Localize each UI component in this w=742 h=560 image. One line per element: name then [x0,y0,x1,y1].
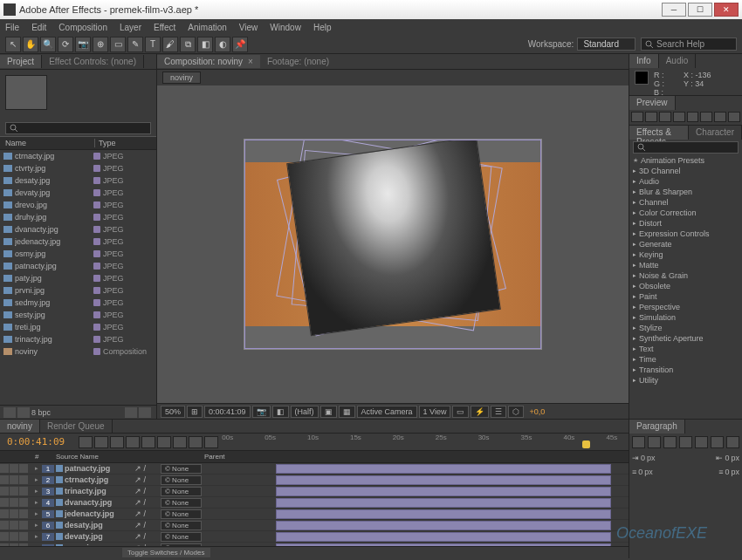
shy-icon[interactable] [126,436,140,448]
layer-name[interactable]: osmy.jpg [65,543,134,546]
col-source-name[interactable]: Source Name [56,453,126,461]
camera-tool-icon[interactable]: 📷 [75,37,91,52]
solo-toggle-icon[interactable] [19,487,28,495]
parent-select[interactable]: © None [161,498,202,508]
expand-icon[interactable]: ▸ [35,499,42,506]
effect-category[interactable]: 3D Channel [629,166,742,176]
effect-category[interactable]: Stylize [629,323,742,333]
label-color-icon[interactable] [93,275,100,282]
layer-name[interactable]: desaty.jpg [65,521,134,529]
text-tool-icon[interactable]: T [145,37,161,52]
solo-toggle-icon[interactable] [19,509,28,518]
parent-select[interactable]: © None [161,532,202,542]
search-help-input[interactable]: Search Help [641,38,737,51]
audio-toggle-icon[interactable] [10,543,18,546]
layer-switches[interactable]: ↗ / [134,521,161,529]
channel-icon[interactable]: ◧ [272,406,289,418]
pixel-aspect-icon[interactable]: ▭ [452,406,469,418]
layer-switches[interactable]: ↗ / [134,487,161,495]
selection-tool-icon[interactable]: ↖ [5,37,21,52]
snapshot-icon[interactable]: 📷 [252,406,271,418]
effect-category[interactable]: Animation Presets [629,155,742,166]
label-color-icon[interactable] [93,287,100,294]
layer-switches[interactable]: ↗ / [134,475,161,484]
audio-toggle-icon[interactable] [10,487,18,495]
minimize-button[interactable]: ─ [662,3,686,17]
effect-category[interactable]: Obsolete [629,281,742,291]
pen-tool-icon[interactable]: ✎ [127,37,143,52]
label-color-icon[interactable] [93,177,100,184]
menu-view[interactable]: View [239,23,258,32]
visibility-toggle-icon[interactable] [0,532,9,541]
audio-toggle-icon[interactable] [10,475,18,484]
rotate-tool-icon[interactable]: ⟳ [58,37,73,52]
effect-category[interactable]: Generate [629,239,742,249]
label-color-icon[interactable] [93,250,100,257]
visibility-toggle-icon[interactable] [0,464,9,473]
layer-switches[interactable]: ↗ / [134,532,161,541]
audio-toggle-icon[interactable] [10,498,18,507]
effect-category[interactable]: Paint [629,291,742,302]
label-color-icon[interactable] [93,214,100,221]
label-color-icon[interactable] [93,238,100,245]
layer-duration-bar[interactable] [276,532,611,542]
audio-toggle-icon[interactable] [10,464,18,473]
parent-select[interactable]: © None [161,464,202,474]
play-icon[interactable] [659,112,671,122]
frameblend-icon[interactable] [141,436,155,448]
justify-right-icon[interactable] [711,436,724,448]
graph-editor-icon[interactable] [204,436,218,448]
project-list[interactable]: ctrnacty.jpgJPEGctvrty.jpgJPEGdesaty.jpg… [0,150,156,405]
close-tab-icon[interactable]: × [248,57,253,66]
project-item[interactable]: treti.jpgJPEG [0,321,156,333]
project-item[interactable]: trinacty.jpgJPEG [0,333,156,345]
tab-effect-controls[interactable]: Effect Controls: (none) [42,55,144,68]
align-right-icon[interactable] [663,436,677,448]
label-color-icon[interactable] [93,263,100,270]
toggle-switches-button[interactable]: Toggle Switches / Modes [122,548,210,557]
flowchart-icon[interactable]: ⬡ [508,406,524,418]
project-item[interactable]: prvni.jpgJPEG [0,284,156,297]
label-color-icon[interactable] [93,226,100,233]
parent-select[interactable]: © None [161,509,202,519]
search-layers-icon[interactable] [79,436,93,448]
timeline-timecode[interactable]: 0:00:41:09 [7,436,65,447]
audio-toggle-icon[interactable] [10,521,18,529]
effects-list[interactable]: Animation Presets3D ChannelAudioBlur & S… [629,155,742,419]
tab-project[interactable]: Project [0,55,42,68]
layer-name[interactable]: patnacty.jpg [65,464,134,473]
label-color-icon[interactable] [93,336,100,343]
effect-category[interactable]: Audio [629,176,742,187]
comp-mini-flowchart-icon[interactable] [94,436,108,448]
visibility-toggle-icon[interactable] [0,543,9,546]
brainstorm-icon[interactable] [173,436,187,448]
prev-frame-icon[interactable] [645,112,657,122]
solo-toggle-icon[interactable] [19,521,28,529]
effect-category[interactable]: Keying [629,249,742,260]
layer-switches[interactable]: ↗ / [134,464,161,473]
new-folder-icon[interactable] [17,407,30,418]
layer-switches[interactable]: ↗ / [134,498,161,507]
space-after-icon[interactable]: ≡ [718,468,723,476]
layer-photo[interactable] [286,140,501,336]
interpret-footage-icon[interactable] [3,407,16,418]
project-item[interactable]: druhy.jpgJPEG [0,211,156,223]
mute-icon[interactable] [714,112,726,122]
zoom-select[interactable]: 50% [161,406,185,418]
hand-tool-icon[interactable]: ✋ [23,37,38,52]
tab-render-queue[interactable]: Render Queue [40,420,113,433]
tab-footage[interactable]: Footage: (none) [260,55,336,68]
grid-icon[interactable]: ⊞ [187,406,203,418]
expand-icon[interactable]: ▸ [35,488,42,495]
audio-toggle-icon[interactable] [10,509,18,518]
effect-category[interactable]: Time [629,354,742,365]
layer-duration-bar[interactable] [276,521,611,530]
layer-name[interactable]: trinacty.jpg [65,487,134,495]
project-col-name[interactable]: Name [0,139,94,147]
comp-nav-chip[interactable]: noviny [162,72,201,84]
project-item[interactable]: jedenacty.jpgJPEG [0,236,156,248]
layer-switches[interactable]: ↗ / [134,509,161,518]
effect-category[interactable]: Perspective [629,302,742,312]
layer-duration-bar[interactable] [276,487,611,496]
audio-toggle-icon[interactable] [10,532,18,541]
